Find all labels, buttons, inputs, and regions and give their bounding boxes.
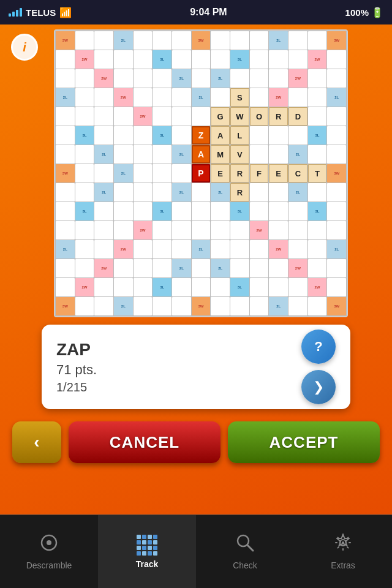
board-cell: [192, 202, 211, 221]
board-cell: [75, 259, 94, 277]
board-cell: [269, 126, 288, 145]
board-cell: [56, 259, 75, 277]
board-cell: 2W: [308, 50, 327, 69]
board-cell: [211, 88, 230, 107]
board-cell: 2L: [172, 69, 191, 88]
board-cell: [75, 31, 94, 50]
back-button[interactable]: ‹: [12, 421, 61, 463]
board-cell: 3L: [75, 126, 94, 145]
board-cell: [172, 31, 191, 50]
board-cell: V: [230, 145, 249, 164]
board-cell: [269, 183, 288, 202]
board-cell: 3W: [56, 297, 75, 315]
board-cell: [250, 202, 269, 221]
board-cell: [75, 88, 94, 107]
board-cell: [211, 202, 230, 221]
board-cell: [327, 69, 346, 88]
board-cell: [269, 145, 288, 164]
board-cell: 3L: [153, 278, 172, 296]
board-cell: [56, 278, 75, 296]
board-cell: 2L: [211, 259, 230, 277]
board-cell: [288, 31, 307, 50]
board-cell: 2L: [211, 183, 230, 202]
board-cell: 2L: [327, 88, 346, 107]
tab-extras[interactable]: Extras: [294, 515, 392, 588]
board-cell: [94, 240, 113, 258]
board-cell: 2W: [269, 240, 288, 258]
board-cell: 3L: [308, 126, 327, 145]
board-cell: [230, 240, 249, 258]
board-cell: [94, 278, 113, 296]
bar1: [9, 13, 11, 17]
board-cell: 3L: [75, 202, 94, 221]
board-cell: A: [192, 145, 211, 164]
board-cell: 3W: [327, 164, 346, 183]
board-cell: 2L: [192, 240, 211, 258]
board-cell: [327, 50, 346, 69]
extras-icon: [333, 533, 353, 557]
board-cell: 2L: [56, 88, 75, 107]
board-cell: 3W: [327, 31, 346, 50]
board-cell: [308, 107, 327, 126]
board-cell: [211, 221, 230, 239]
score-actions: ? ❯: [301, 330, 336, 404]
board-cell: [75, 297, 94, 315]
tab-check[interactable]: Check: [196, 515, 294, 588]
board-cell: [230, 221, 249, 239]
board-cell: [250, 50, 269, 69]
board-cell: [192, 183, 211, 202]
board-cell: 2L: [172, 145, 191, 164]
board-cell: 2W: [75, 50, 94, 69]
board-cell: 3W: [327, 297, 346, 315]
svg-line-3: [247, 545, 253, 551]
board-cell: T: [308, 164, 327, 183]
board-cell: 2W: [250, 221, 269, 239]
board-cell: [230, 297, 249, 315]
board-cell: [192, 278, 211, 296]
board-cell: 3L: [230, 278, 249, 296]
board-cell: [230, 69, 249, 88]
board-cell: [134, 202, 153, 221]
board-cell: [172, 202, 191, 221]
board-cell: 2W: [288, 69, 307, 88]
board-cell: 3L: [153, 50, 172, 69]
board-cell: [250, 240, 269, 258]
board-cell: 2L: [327, 240, 346, 258]
board-cell: [114, 69, 133, 88]
board-cell: 2W: [75, 278, 94, 296]
board-cell: [114, 259, 133, 277]
board-cell: 2L: [211, 69, 230, 88]
board-cell: G: [211, 107, 230, 126]
board-cell: [134, 278, 153, 296]
board-cell: 3L: [308, 202, 327, 221]
tab-descramble[interactable]: Descramble: [0, 515, 98, 588]
board-cell: A: [211, 126, 230, 145]
board-cell: [56, 50, 75, 69]
back-icon: ‹: [34, 432, 39, 452]
board-cell: 3W: [192, 297, 211, 315]
board-cell: E: [211, 164, 230, 183]
tab-track[interactable]: Track: [98, 515, 196, 588]
tab-descramble-label: Descramble: [26, 560, 72, 570]
board-cell: [250, 297, 269, 315]
board-cell: [94, 107, 113, 126]
board-cell: [114, 107, 133, 126]
bar3: [16, 10, 18, 17]
board-cell: [269, 202, 288, 221]
board-cell: E: [269, 164, 288, 183]
board-cell: [288, 278, 307, 296]
board-cell: 3W: [56, 31, 75, 50]
board-cell: [269, 259, 288, 277]
board-cell: [250, 183, 269, 202]
accept-button[interactable]: ACCEPT: [228, 421, 380, 463]
info-button[interactable]: i: [11, 34, 38, 61]
status-right: 100% 🔋: [345, 7, 383, 18]
cancel-button[interactable]: CANCEL: [69, 421, 221, 463]
board-cell: [153, 240, 172, 258]
board-cell: [56, 202, 75, 221]
help-button[interactable]: ?: [301, 330, 336, 364]
next-button[interactable]: ❯: [301, 370, 336, 404]
board-cell: [134, 240, 153, 258]
board-cell: 2W: [94, 259, 113, 277]
board-cell: [172, 240, 191, 258]
